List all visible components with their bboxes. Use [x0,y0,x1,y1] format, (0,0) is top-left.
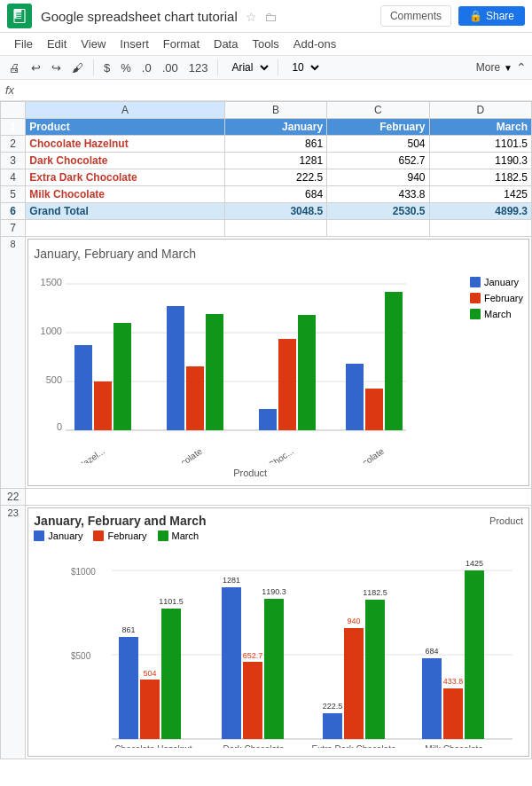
font-size-select[interactable]: 10 [285,59,322,76]
star-icon[interactable]: ☆ [246,10,257,24]
table-row: 22 [1,489,532,506]
cell-d4[interactable]: 1182.5 [429,169,532,186]
cell-c6[interactable]: 2530.5 [327,203,429,220]
c2-bar-mc-feb [443,688,463,739]
chart1-wrap: 1500 1000 500 0 [34,268,523,478]
col-a-header[interactable]: A [26,102,224,119]
row-num-5: 5 [1,186,26,203]
chart1-svg-wrap: 1500 1000 500 0 [34,268,466,478]
print-button[interactable]: 🖨 [5,59,24,76]
spreadsheet-grid: A B C D 1 Product January February March… [0,101,532,759]
cell-a1[interactable]: Product [26,119,224,136]
font-select[interactable]: Arial [224,59,271,76]
table-row: 6 Grand Total 3048.5 2530.5 4899.3 [1,203,532,220]
chart1-cell: January, February and March 1500 1000 50… [26,237,532,489]
cell-a4[interactable]: Extra Dark Chocolate [26,169,224,186]
chart2-legend-jan: January [34,531,82,541]
cell-d5[interactable]: 1425 [429,186,532,203]
cell-b4[interactable]: 222.5 [224,169,326,186]
cell-d1[interactable]: March [429,119,532,136]
collapse-toolbar-button[interactable]: ⌃ [516,60,527,75]
cell-c5[interactable]: 433.8 [327,186,429,203]
svg-text:Chocolate Hazelnut: Chocolate Hazelnut [115,744,192,748]
cell-b5[interactable]: 684 [224,186,326,203]
cell-c7 [327,220,429,237]
toolbar: 🖨 ↩ ↪ 🖌 $ % .0 .00 123 Arial 10 More ▼ ⌃ [0,56,532,80]
table-row: 4 Extra Dark Chocolate 222.5 940 1182.5 [1,169,532,186]
cell-d2[interactable]: 1101.5 [429,136,532,153]
svg-text:Milk Chocolate: Milk Chocolate [332,446,386,463]
cell-c3[interactable]: 652.7 [327,153,429,169]
corner-header [1,102,26,119]
doc-title: Google spreadsheet chart tutorial [41,9,238,24]
col-c-header[interactable]: C [327,102,429,119]
format-123-button[interactable]: 123 [185,59,212,76]
cell-b6[interactable]: 3048.5 [224,203,326,220]
cell-a2[interactable]: Chocolate Hazelnut [26,136,224,153]
svg-text:1190.3: 1190.3 [262,587,287,596]
legend-mar-label: March [484,309,512,319]
svg-text:684: 684 [426,647,439,656]
column-headers: A B C D [1,102,532,119]
cell-a6[interactable]: Grand Total [26,203,224,220]
cell-b3[interactable]: 1281 [224,153,326,169]
formula-bar: fx [0,80,532,101]
paint-format-button[interactable]: 🖌 [68,59,87,76]
table-row: 7 [1,220,532,237]
svg-text:Dark Chocolate: Dark Chocolate [223,744,285,748]
toolbar-separator-2 [217,59,218,75]
row-num-6: 6 [1,203,26,220]
chart2-row: 23 January, February and March Product J… [1,506,532,759]
menu-edit[interactable]: Edit [40,35,74,53]
cell-c1[interactable]: February [327,119,429,136]
col-d-header[interactable]: D [429,102,532,119]
cell-d6[interactable]: 4899.3 [429,203,532,220]
c2-bar-edc-feb [344,628,364,739]
row-num-4: 4 [1,169,26,186]
menu-format[interactable]: Format [156,35,207,53]
svg-text:Extra Dark Choc...: Extra Dark Choc... [231,446,295,463]
c2-bar-edc-mar [365,600,385,739]
legend-feb: February [470,293,523,303]
more-chevron-icon: ▼ [504,63,512,73]
comments-button[interactable]: Comments [380,5,451,27]
cell-b2[interactable]: 861 [224,136,326,153]
cell-c4[interactable]: 940 [327,169,429,186]
bar-mc-mar [385,292,403,430]
menu-insert[interactable]: Insert [113,35,156,53]
svg-text:500: 500 [46,374,62,385]
svg-text:Dark Chocolate: Dark Chocolate [148,446,204,463]
more-button[interactable]: More [476,61,500,74]
svg-text:1500: 1500 [41,277,62,287]
decimal-decrease-button[interactable]: .0 [138,59,155,76]
currency-button[interactable]: $ [100,59,113,76]
col-b-header[interactable]: B [224,102,326,119]
decimal-increase-button[interactable]: .00 [159,59,182,76]
cell-d3[interactable]: 1190.3 [429,153,532,169]
toolbar-separator-1 [93,59,94,75]
row-num-1: 1 [1,119,26,136]
cell-c2[interactable]: 504 [327,136,429,153]
menu-tools[interactable]: Tools [245,35,286,53]
undo-button[interactable]: ↩ [27,59,44,76]
chart2-legend-mar: March [158,531,200,541]
bar-mc-jan [346,364,364,430]
menu-data[interactable]: Data [207,35,245,53]
svg-text:433.8: 433.8 [443,677,464,686]
chart2-svg: $1000 $500 861 504 [34,544,517,748]
folder-icon[interactable]: 🗀 [264,10,277,24]
chart2-product-label: Product [489,515,523,526]
chart2-area: January, February and March Product Janu… [27,507,529,757]
menu-view[interactable]: View [74,35,113,53]
cell-a5[interactable]: Milk Chocolate [26,186,224,203]
svg-text:940: 940 [348,617,361,625]
chart2-header: January, February and March Product [34,514,523,528]
cell-b1[interactable]: January [224,119,326,136]
percent-button[interactable]: % [117,59,135,76]
redo-button[interactable]: ↪ [48,59,65,76]
cell-a3[interactable]: Dark Chocolate [26,153,224,169]
menu-file[interactable]: File [7,35,40,53]
share-button[interactable]: 🔒 Share [458,6,525,26]
menu-addons[interactable]: Add-ons [286,35,343,53]
table-row: 5 Milk Chocolate 684 433.8 1425 [1,186,532,203]
